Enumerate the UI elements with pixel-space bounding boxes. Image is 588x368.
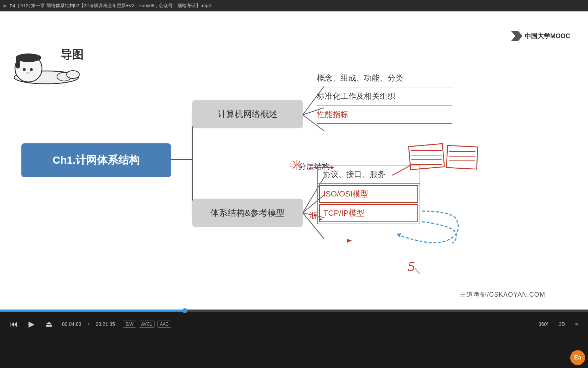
menu-button[interactable]: ≡ bbox=[572, 320, 581, 328]
mooc-logo-icon bbox=[511, 31, 522, 41]
footer-watermark: 王道考研/CSKAOYAN.COM bbox=[460, 290, 545, 299]
title-label: P4 bbox=[10, 3, 15, 9]
svg-rect-4 bbox=[16, 58, 20, 68]
svg-marker-36 bbox=[347, 239, 352, 242]
branch-node-top: 计算机网络概述 bbox=[192, 100, 303, 128]
total-time: 00:21:35 bbox=[95, 321, 115, 327]
video-container: 中国大学MOOC 导图 bbox=[0, 11, 588, 310]
eject-button[interactable]: ⏏ bbox=[42, 318, 56, 330]
svg-line-38 bbox=[415, 268, 420, 274]
title-bar: ▶ P4 [2/12] 第一章 网络体系结构02【22考研课程全年更新+VX：k… bbox=[0, 0, 588, 11]
svg-point-7 bbox=[26, 72, 30, 74]
quality-button[interactable]: 3D bbox=[556, 320, 568, 328]
branch-node-bottom: 体系结构&参考模型 bbox=[192, 199, 303, 227]
control-bar: ⏮ ▶ ⏏ 00:04:03 / 00:21:35 S/W AVC1 AAC 3… bbox=[0, 310, 588, 368]
right-label-top-2: 性能指标 bbox=[317, 106, 452, 124]
mooc-logo-text: 中国大学MOOC bbox=[525, 32, 570, 40]
svg-point-5 bbox=[23, 68, 26, 71]
title-filename: [2/12] 第一章 网络体系结构02【22考研课程全年更新+VX：kaoy08… bbox=[18, 2, 211, 9]
progress-fill bbox=[0, 310, 185, 312]
svg-text:5: 5 bbox=[408, 258, 415, 274]
progress-bar[interactable] bbox=[0, 310, 588, 312]
svg-marker-0 bbox=[511, 31, 522, 41]
codec-sw: S/W bbox=[123, 321, 136, 328]
main-node-label: Ch1.计网体系结构 bbox=[52, 153, 140, 168]
right-label-top-0: 概念、组成、功能、分类 bbox=[317, 69, 452, 87]
bottom-label-iso: ISO/OSI模型 bbox=[319, 185, 418, 203]
branch-bottom-label: 体系结构&参考模型 bbox=[210, 207, 285, 219]
main-node: Ch1.计网体系结构 bbox=[21, 143, 171, 177]
codec-tags: S/W AVC1 AAC bbox=[123, 321, 171, 328]
right-labels-top: 概念、组成、功能、分类 标准化工作及相关组织 性能指标 bbox=[317, 69, 452, 124]
progress-thumb bbox=[182, 308, 187, 313]
ea-button[interactable]: Ea bbox=[570, 350, 585, 365]
bottom-label-0: 协议、接口、服务 bbox=[318, 165, 420, 184]
right-controls: 360° 3D ≡ bbox=[536, 320, 581, 328]
codec-avc1: AVC1 bbox=[139, 321, 155, 328]
resolution-button[interactable]: 360° bbox=[536, 320, 552, 328]
current-time: 00:04:03 bbox=[62, 321, 82, 327]
branch-top-label: 计算机网络概述 bbox=[218, 108, 277, 120]
prev-button[interactable]: ⏮ bbox=[7, 318, 21, 330]
right-label-top-1: 标准化工作及相关组织 bbox=[317, 87, 452, 106]
bottom-label-tcp: TCP/IP模型 bbox=[319, 204, 418, 222]
mooc-logo: 中国大学MOOC bbox=[511, 31, 570, 41]
svg-text:浙: 浙 bbox=[309, 211, 317, 220]
right-labels-bottom-container: 协议、接口、服务 ISO/OSI模型 TCP/IP模型 bbox=[317, 165, 420, 224]
controls-row: ⏮ ▶ ⏏ 00:04:03 / 00:21:35 S/W AVC1 AAC 3… bbox=[0, 312, 588, 337]
guide-text: 导图 bbox=[61, 47, 83, 63]
svg-marker-33 bbox=[396, 233, 401, 237]
svg-rect-29 bbox=[446, 145, 478, 169]
layer-label: 分层结构 bbox=[298, 161, 330, 172]
time-separator: / bbox=[88, 321, 89, 327]
svg-point-6 bbox=[30, 68, 33, 71]
svg-point-9 bbox=[67, 71, 79, 78]
play-pause-button[interactable]: ▶ bbox=[26, 318, 37, 330]
codec-aac: AAC bbox=[157, 321, 171, 328]
svg-text:←: ← bbox=[288, 163, 294, 169]
title-icon: ▶ bbox=[4, 3, 7, 8]
